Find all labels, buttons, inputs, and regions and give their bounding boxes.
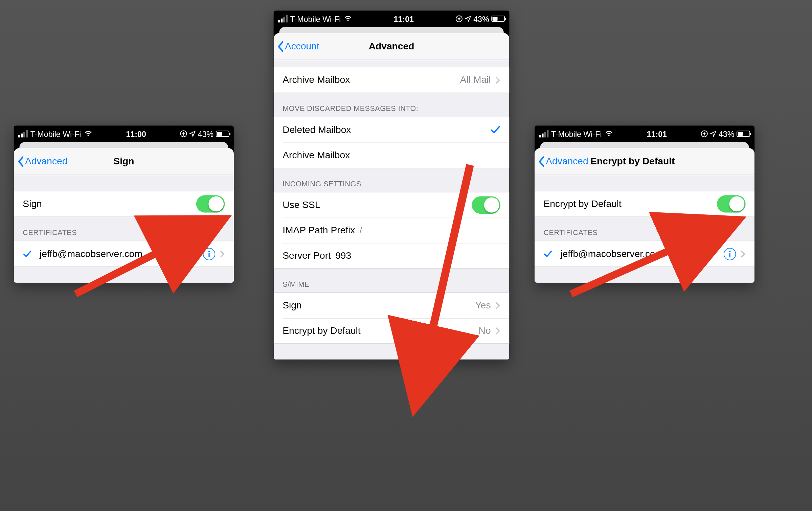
port-label: Server Port [283, 250, 331, 261]
signal-icon [539, 130, 548, 138]
chevron-right-icon [220, 250, 225, 258]
deleted-label: Deleted Mailbox [283, 124, 351, 135]
svg-rect-6 [729, 253, 730, 257]
sign-toggle-row[interactable]: Sign [14, 191, 234, 217]
nav-bar: Advanced Sign [14, 148, 234, 175]
smime-encrypt-row[interactable]: Encrypt by Default No [274, 318, 510, 343]
svg-rect-2 [208, 253, 209, 257]
wifi-icon [343, 16, 352, 22]
checkmark-icon [23, 250, 32, 258]
sign-label: Sign [23, 198, 42, 209]
compass-icon [455, 15, 463, 23]
archive-mailbox-row[interactable]: Archive Mailbox All Mail [274, 67, 510, 93]
compass-icon [701, 130, 708, 138]
back-label: Account [285, 41, 319, 52]
certificate-row[interactable]: jeffb@macobserver.com [14, 241, 234, 266]
discard-header: MOVE DISCARDED MESSAGES INTO: [274, 93, 510, 117]
incoming-header: INCOMING SETTINGS [274, 168, 510, 192]
archive-label: Archive Mailbox [283, 74, 350, 86]
battery-icon [216, 131, 229, 137]
back-label: Advanced [25, 156, 67, 167]
encrypt-label: Encrypt by Default [543, 198, 621, 209]
encrypt-toggle-row[interactable]: Encrypt by Default [535, 191, 754, 217]
checkmark-icon [490, 126, 500, 134]
chevron-right-icon [495, 327, 500, 334]
battery-icon [737, 131, 750, 137]
location-icon [465, 16, 471, 22]
carrier-label: T-Mobile Wi-Fi [290, 14, 341, 23]
compass-icon [180, 130, 187, 138]
certificates-header: CERTIFICATES [535, 217, 754, 241]
back-label: Advanced [546, 156, 588, 167]
status-bar: T-Mobile Wi-Fi 11:01 43% [535, 126, 754, 142]
battery-icon [491, 16, 505, 22]
imap-prefix-label: IMAP Path Prefix [283, 225, 355, 236]
location-icon [189, 131, 196, 137]
location-icon [710, 131, 716, 137]
certificate-email: jeffb@macobserver.com [560, 248, 663, 259]
phone-sign: T-Mobile Wi-Fi 11:00 43% Advanced Sign [14, 126, 234, 283]
battery-pct: 43% [719, 129, 734, 138]
imap-prefix-value: / [360, 225, 362, 236]
carrier-label: T-Mobile Wi-Fi [30, 129, 81, 138]
wifi-icon [605, 131, 613, 137]
port-value: 993 [335, 250, 351, 261]
signal-icon [18, 130, 27, 138]
wifi-icon [84, 131, 92, 137]
chevron-right-icon [495, 76, 500, 84]
sign-toggle[interactable] [196, 195, 225, 212]
archive-mailbox-option-row[interactable]: Archive Mailbox [274, 142, 510, 168]
smime-header: S/MIME [274, 269, 510, 292]
certificate-email: jeffb@macobserver.com [40, 248, 142, 259]
chevron-right-icon [741, 250, 746, 258]
encrypt-label: Encrypt by Default [283, 325, 360, 336]
smime-sign-row[interactable]: Sign Yes [274, 293, 510, 318]
battery-pct: 43% [473, 14, 489, 23]
deleted-mailbox-row[interactable]: Deleted Mailbox [274, 117, 510, 143]
status-bar: T-Mobile Wi-Fi 11:01 43% [274, 11, 510, 27]
use-ssl-row[interactable]: Use SSL [274, 192, 510, 218]
certificates-header: CERTIFICATES [14, 217, 234, 241]
info-icon[interactable] [203, 248, 215, 260]
ssl-toggle[interactable] [472, 196, 500, 214]
carrier-label: T-Mobile Wi-Fi [551, 129, 602, 138]
server-port-row[interactable]: Server Port 993 [274, 243, 510, 268]
checkmark-icon [543, 250, 552, 258]
encrypt-toggle[interactable] [717, 195, 746, 212]
svg-point-1 [208, 251, 210, 252]
back-button[interactable]: Account [274, 41, 319, 52]
phone-advanced: T-Mobile Wi-Fi 11:01 43% Account Advance… [274, 11, 510, 360]
back-button[interactable]: Advanced [14, 156, 68, 167]
battery-pct: 43% [198, 129, 213, 138]
nav-bar: Advanced Encrypt by Default [535, 148, 754, 175]
info-icon[interactable] [724, 248, 736, 260]
archive-option-label: Archive Mailbox [283, 149, 350, 161]
ssl-label: Use SSL [283, 200, 320, 211]
status-bar: T-Mobile Wi-Fi 11:00 43% [14, 126, 234, 142]
chevron-right-icon [495, 302, 500, 309]
page-title: Encrypt by Default [590, 156, 675, 167]
time-label: 11:00 [126, 129, 146, 138]
time-label: 11:01 [393, 14, 413, 23]
sign-value: Yes [475, 300, 491, 311]
imap-prefix-row[interactable]: IMAP Path Prefix / [274, 218, 510, 243]
time-label: 11:01 [647, 129, 667, 138]
encrypt-value: No [478, 325, 491, 336]
back-button[interactable]: Advanced [535, 156, 588, 167]
certificate-row[interactable]: jeffb@macobserver.com [535, 241, 754, 266]
svg-point-5 [729, 251, 730, 252]
archive-value: All Mail [460, 74, 491, 86]
signal-icon [278, 15, 287, 23]
phone-encrypt: T-Mobile Wi-Fi 11:01 43% Advanced Encryp… [535, 126, 754, 283]
sign-label: Sign [283, 300, 301, 311]
nav-bar: Account Advanced [274, 33, 510, 60]
